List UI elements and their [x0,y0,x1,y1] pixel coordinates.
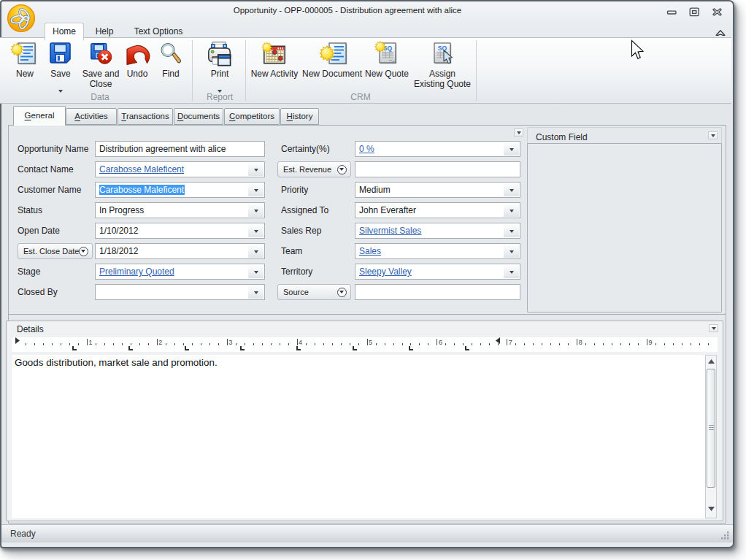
svg-text:SQ: SQ [383,45,393,52]
svg-text:SQ: SQ [438,45,447,52]
